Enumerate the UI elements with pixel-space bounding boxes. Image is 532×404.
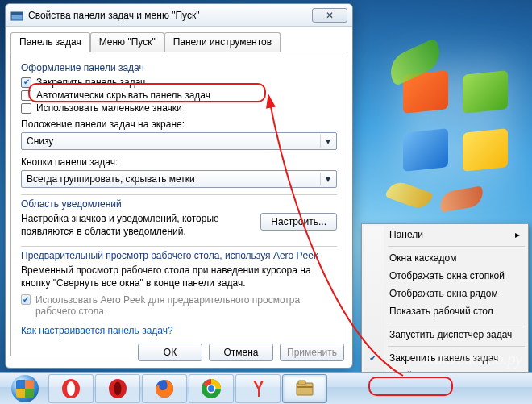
ctx-sidebyside[interactable]: Отображать окна рядом bbox=[364, 285, 526, 302]
cancel-button[interactable]: Отмена bbox=[209, 344, 273, 361]
close-icon: ✕ bbox=[326, 10, 334, 21]
windows-logo bbox=[403, 73, 508, 169]
peek-desc: Временный просмотр рабочего стола при на… bbox=[21, 264, 337, 289]
checkbox-peek-row: Использовать Aero Peek для предварительн… bbox=[21, 294, 337, 317]
checkbox-smallicons-label: Использовать маленькие значки bbox=[36, 102, 182, 114]
checkbox-lock-row[interactable]: Закрепить панель задач bbox=[21, 77, 337, 88]
checkbox-smallicons[interactable] bbox=[21, 103, 31, 114]
group-peek-title: Предварительный просмотр рабочего стола,… bbox=[21, 250, 337, 261]
opera-icon bbox=[60, 378, 81, 399]
tab-taskbar[interactable]: Панель задач bbox=[10, 32, 90, 52]
ctx-lock[interactable]: ✔Закрепить панель задач bbox=[364, 349, 526, 367]
taskbar-item-yandex[interactable] bbox=[235, 374, 281, 403]
taskbar-item-firefox[interactable] bbox=[142, 374, 187, 403]
leaf-decoration bbox=[385, 178, 434, 211]
ok-button[interactable]: ОК bbox=[138, 344, 202, 361]
ctx-panels[interactable]: Панели bbox=[364, 226, 526, 244]
position-label: Положение панели задач на экране: bbox=[21, 119, 337, 130]
taskbar[interactable] bbox=[0, 372, 532, 404]
apply-button[interactable]: Применить bbox=[280, 344, 344, 361]
position-select[interactable]: Снизу ▾ bbox=[21, 132, 337, 150]
explorer-icon bbox=[294, 378, 315, 399]
group-notif-title: Область уведомлений bbox=[21, 198, 337, 210]
checkbox-lock[interactable] bbox=[21, 77, 31, 88]
start-button[interactable] bbox=[3, 374, 47, 403]
taskbar-properties-dialog: Свойства панели задач и меню "Пуск" ✕ Па… bbox=[5, 3, 353, 369]
ctx-showdesktop[interactable]: Показать рабочий стол bbox=[364, 302, 526, 320]
taskbar-context-menu: Панели Окна каскадом Отображать окна сто… bbox=[361, 223, 529, 387]
opera-icon bbox=[107, 378, 128, 399]
ctx-taskmgr[interactable]: Запустить диспетчер задач bbox=[364, 326, 526, 344]
ctx-separator bbox=[388, 346, 525, 347]
window-title: Свойства панели задач и меню "Пуск" bbox=[28, 10, 312, 21]
start-orb-icon bbox=[11, 375, 39, 402]
close-button[interactable]: ✕ bbox=[312, 8, 347, 23]
taskbar-item-chrome[interactable] bbox=[189, 374, 234, 403]
tab-strip: Панель задач Меню "Пуск" Панели инструме… bbox=[10, 31, 347, 52]
buttons-value: Всегда группировать, скрывать метки bbox=[27, 173, 195, 185]
svg-point-3 bbox=[67, 381, 75, 396]
svg-rect-1 bbox=[11, 12, 23, 15]
notif-desc: Настройка значков и уведомлений, которые… bbox=[21, 213, 252, 238]
taskbar-item-opera2[interactable] bbox=[95, 374, 140, 403]
svg-point-9 bbox=[208, 385, 214, 392]
firefox-icon bbox=[154, 378, 175, 399]
divider bbox=[21, 194, 337, 195]
chrome-icon bbox=[201, 378, 222, 399]
taskbar-item-opera[interactable] bbox=[48, 374, 94, 403]
help-link[interactable]: Как настраивается панель задач? bbox=[21, 325, 173, 336]
check-icon: ✔ bbox=[369, 353, 376, 364]
tab-startmenu[interactable]: Меню "Пуск" bbox=[90, 32, 164, 52]
window-icon bbox=[10, 9, 23, 22]
yandex-icon bbox=[247, 378, 268, 399]
buttons-label: Кнопки панели задач: bbox=[21, 156, 337, 168]
checkbox-lock-label: Закрепить панель задач bbox=[36, 77, 145, 88]
checkbox-autohide[interactable] bbox=[21, 90, 31, 101]
checkbox-peek bbox=[21, 294, 31, 305]
checkbox-peek-label: Использовать Aero Peek для предварительн… bbox=[35, 294, 337, 317]
buttons-select[interactable]: Всегда группировать, скрывать метки ▾ bbox=[21, 170, 337, 188]
ctx-separator bbox=[388, 246, 525, 247]
taskbar-item-explorer[interactable] bbox=[282, 374, 327, 403]
customize-button[interactable]: Настроить... bbox=[260, 213, 337, 231]
chevron-down-icon: ▾ bbox=[320, 135, 335, 148]
tab-panel-taskbar: Оформление панели задач Закрепить панель… bbox=[10, 52, 347, 356]
group-appearance-title: Оформление панели задач bbox=[21, 62, 337, 73]
svg-point-5 bbox=[114, 381, 122, 395]
divider bbox=[21, 246, 337, 247]
ctx-cascade[interactable]: Окна каскадом bbox=[364, 249, 526, 267]
dialog-buttons: ОК Отмена Применить bbox=[138, 344, 344, 361]
svg-rect-11 bbox=[297, 386, 313, 388]
titlebar[interactable]: Свойства панели задач и меню "Пуск" ✕ bbox=[6, 4, 352, 27]
position-value: Снизу bbox=[27, 135, 53, 147]
svg-rect-12 bbox=[298, 381, 305, 385]
tab-toolbars[interactable]: Панели инструментов bbox=[164, 32, 281, 52]
checkbox-autohide-label: Автоматически скрывать панель задач bbox=[36, 90, 210, 101]
checkbox-autohide-row[interactable]: Автоматически скрывать панель задач bbox=[21, 90, 337, 101]
leaf-decoration bbox=[438, 185, 484, 212]
chevron-down-icon: ▾ bbox=[320, 173, 335, 185]
checkbox-smallicons-row[interactable]: Использовать маленькие значки bbox=[21, 102, 337, 114]
ctx-separator bbox=[388, 323, 525, 323]
ctx-stack[interactable]: Отображать окна стопкой bbox=[364, 267, 526, 285]
